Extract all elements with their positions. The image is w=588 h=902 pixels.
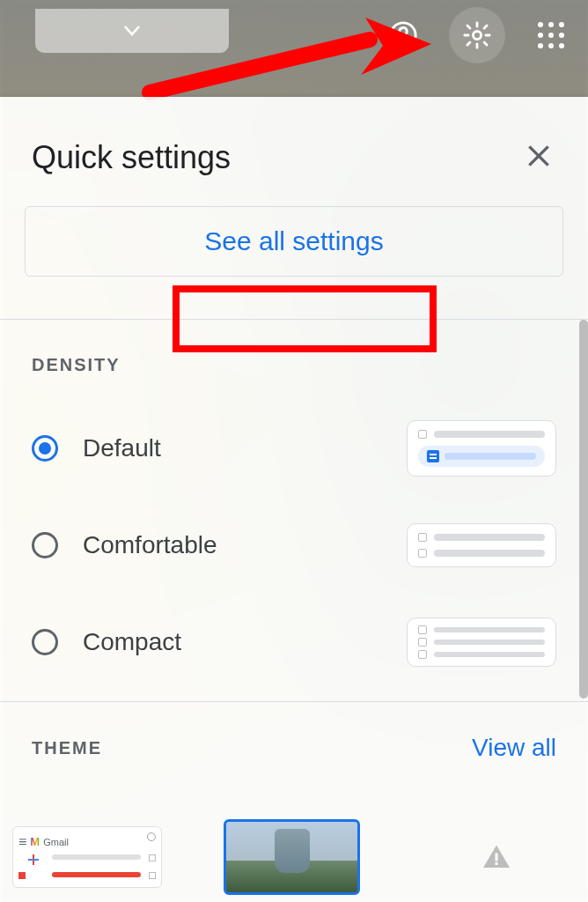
theme-thumbnails-row: ≡MGmail xyxy=(12,819,576,895)
theme-section-label: THEME xyxy=(32,738,102,758)
density-option-label: Compact xyxy=(83,628,181,656)
svg-point-1 xyxy=(402,41,404,43)
theme-option-image-selected[interactable] xyxy=(224,819,360,895)
header-dropdown[interactable] xyxy=(35,9,229,53)
apps-grid-icon xyxy=(536,20,566,50)
theme-gmail-label: Gmail xyxy=(43,837,69,847)
density-option-compact[interactable]: Compact xyxy=(32,594,556,691)
plus-icon xyxy=(28,854,39,865)
density-option-default[interactable]: Default xyxy=(32,400,556,497)
density-section-label: DENSITY xyxy=(32,320,556,400)
help-button[interactable] xyxy=(384,16,423,55)
settings-button[interactable] xyxy=(458,16,496,55)
theme-option-unavailable[interactable] xyxy=(422,826,571,888)
svg-rect-5 xyxy=(496,862,498,865)
theme-view-all-link[interactable]: View all xyxy=(472,734,556,762)
search-icon xyxy=(147,832,156,841)
density-preview-comfortable xyxy=(407,523,556,567)
scrollbar-thumb[interactable] xyxy=(579,320,588,699)
chevron-down-icon xyxy=(124,26,140,36)
theme-option-default-gmail[interactable]: ≡MGmail xyxy=(12,826,162,888)
radio-selected-icon xyxy=(32,435,58,462)
density-option-comfortable[interactable]: Comfortable xyxy=(32,497,556,594)
apps-button[interactable] xyxy=(532,16,570,55)
density-option-label: Comfortable xyxy=(83,531,217,559)
quick-settings-panel: Quick settings See all settings DENSITY … xyxy=(0,97,588,902)
see-all-settings-label: See all settings xyxy=(204,226,383,255)
close-icon xyxy=(525,142,553,170)
app-header xyxy=(0,0,588,97)
svg-rect-4 xyxy=(496,854,498,861)
settings-scroll-area: DENSITY Default Comfortable Compact xyxy=(0,320,588,762)
help-circle-icon xyxy=(388,20,418,50)
density-option-label: Default xyxy=(83,434,161,462)
close-button[interactable] xyxy=(525,142,553,174)
svg-point-2 xyxy=(473,31,481,39)
radio-unselected-icon xyxy=(32,629,58,655)
density-preview-compact xyxy=(407,617,556,667)
warning-triangle-icon xyxy=(481,841,512,873)
panel-title: Quick settings xyxy=(32,139,231,176)
radio-unselected-icon xyxy=(32,532,58,558)
see-all-settings-button[interactable]: See all settings xyxy=(25,206,563,277)
gear-icon xyxy=(462,20,492,50)
density-preview-default xyxy=(407,420,556,477)
